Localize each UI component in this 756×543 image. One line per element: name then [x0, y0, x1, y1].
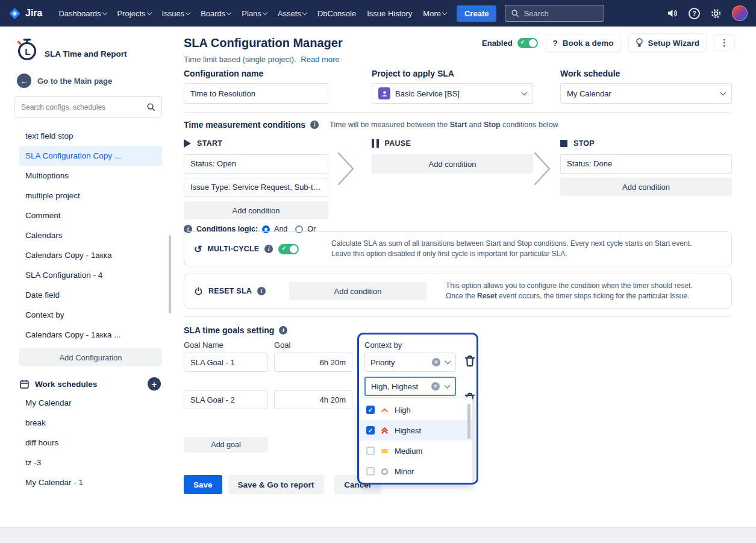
back-label: Go to the Main page: [37, 77, 112, 86]
config-item[interactable]: Context by: [19, 305, 162, 325]
config-item[interactable]: text field stop: [19, 126, 162, 146]
nav-item-projects[interactable]: Projects: [112, 0, 157, 27]
checkbox-unchecked[interactable]: [366, 467, 375, 476]
nav-item-dbconsole[interactable]: DbConsole: [312, 0, 361, 27]
reset-add-condition-button[interactable]: Add condition: [289, 282, 426, 300]
add-goal-button[interactable]: Add goal: [184, 437, 268, 453]
schedule-item[interactable]: diff hours: [19, 433, 162, 453]
book-a-demo-button[interactable]: ? Book a demo: [546, 34, 620, 52]
read-more-link[interactable]: Read more: [301, 55, 339, 64]
checkbox-unchecked[interactable]: [366, 447, 375, 455]
nav-label: Issues: [162, 9, 185, 18]
schedule-item[interactable]: My Calendar: [19, 393, 162, 413]
start-conditions-column: START Status: Open Issue Type: Service R…: [184, 138, 328, 233]
more-actions-menu-icon[interactable]: ⋮: [714, 35, 734, 51]
config-item[interactable]: Calendars Copy - 1акка ...: [19, 325, 162, 345]
checkbox-checked[interactable]: ✓: [366, 426, 375, 435]
project-select[interactable]: Basic Service [BS]: [372, 83, 533, 104]
info-icon[interactable]: i: [310, 121, 319, 129]
multi-cycle-label: MULTI-CYCLE: [207, 245, 259, 253]
config-item[interactable]: SLA Configuration - 4: [19, 265, 162, 285]
clear-icon[interactable]: ✕: [431, 382, 440, 391]
start-condition-chip[interactable]: Status: Open: [184, 154, 328, 174]
app-logo-icon: L: [14, 36, 40, 63]
configs-search-input[interactable]: [21, 103, 146, 111]
main-content: SLA Configuration Manager Enabled ✓ ? Bo…: [172, 27, 756, 527]
nav-item-issue-history[interactable]: Issue History: [361, 0, 417, 27]
schedule-item[interactable]: My Calendar - 1: [19, 472, 162, 492]
nav-label: Projects: [117, 9, 146, 18]
info-icon[interactable]: i: [264, 245, 273, 253]
sidebar-scrollbar[interactable]: [169, 235, 171, 313]
goal-header: Goal: [274, 341, 290, 350]
settings-gear-icon[interactable]: [710, 8, 722, 19]
option-highest[interactable]: ✓ Highest: [360, 420, 472, 441]
config-item-selected[interactable]: SLA Configuration Copy ...: [19, 146, 162, 166]
multi-cycle-toggle[interactable]: ✓: [278, 244, 299, 254]
jira-brand[interactable]: Jira: [8, 7, 42, 20]
nav-label: More: [423, 9, 441, 18]
add-configuration-button[interactable]: Add Configuration: [19, 348, 162, 366]
priority-medium-icon: [380, 447, 389, 456]
global-search[interactable]: [505, 5, 604, 22]
option-label: High: [395, 406, 411, 415]
schedule-item[interactable]: tz -3: [19, 453, 162, 472]
setup-wizard-button[interactable]: Setup Wizard: [629, 34, 706, 52]
pause-add-condition-button[interactable]: Add condition: [372, 154, 533, 174]
config-item[interactable]: Calendars Copy - 1акка: [19, 245, 162, 265]
enabled-toggle[interactable]: ✓: [517, 38, 538, 48]
stop-add-condition-button[interactable]: Add condition: [560, 178, 732, 196]
goal-1-value-input[interactable]: [274, 353, 352, 372]
checkbox-checked[interactable]: ✓: [366, 406, 375, 414]
goal-name-header: Goal Name: [184, 341, 223, 350]
save-button[interactable]: Save: [184, 475, 222, 494]
nav-item-assets[interactable]: Assets: [272, 0, 312, 27]
dropdown-scrollbar[interactable]: [467, 404, 470, 439]
create-button[interactable]: Create: [457, 5, 496, 22]
config-name-input[interactable]: [184, 83, 328, 104]
config-item[interactable]: multiple project: [19, 186, 162, 206]
clear-icon[interactable]: ✕: [432, 358, 440, 366]
option-minor[interactable]: Minor: [360, 461, 472, 482]
goal-1-name-input[interactable]: [184, 353, 268, 372]
option-high[interactable]: ✓ High: [360, 400, 472, 420]
config-item[interactable]: Comment: [19, 206, 162, 225]
goal-2-name-input[interactable]: [184, 390, 268, 409]
nav-item-dashboards[interactable]: Dashboards: [53, 0, 111, 27]
page-subtitle: Time limit based (single project). Read …: [184, 55, 340, 64]
reset-power-icon: [194, 287, 203, 296]
nav-item-boards[interactable]: Boards: [195, 0, 236, 27]
schedule-item[interactable]: break: [19, 413, 162, 433]
announcements-icon[interactable]: [667, 8, 678, 19]
option-medium[interactable]: Medium: [360, 441, 472, 461]
reset-description: This option allows you to configure the …: [433, 281, 693, 302]
start-add-condition-button[interactable]: Add condition: [184, 201, 328, 219]
nav-item-more[interactable]: More: [417, 0, 452, 27]
config-name-label: Configuration name: [184, 69, 328, 78]
delete-goal-1-trash-icon[interactable]: [463, 354, 476, 368]
info-icon[interactable]: i: [279, 326, 287, 334]
config-item[interactable]: Calendars: [19, 225, 162, 245]
user-avatar[interactable]: [732, 5, 748, 21]
nav-item-plans[interactable]: Plans: [236, 0, 272, 27]
info-icon[interactable]: i: [257, 287, 266, 295]
context-field-select[interactable]: Priority ✕: [364, 353, 456, 372]
nav-item-issues[interactable]: Issues: [157, 0, 196, 27]
config-item[interactable]: Date field: [19, 285, 162, 305]
question-icon: ?: [553, 39, 558, 48]
stop-condition-chip[interactable]: Status: Done: [560, 154, 732, 174]
priority-minor-icon: [380, 467, 389, 476]
goal-2-value-input[interactable]: [274, 390, 352, 409]
work-schedule-select[interactable]: My Calendar: [560, 83, 732, 104]
help-icon[interactable]: ?: [689, 8, 700, 19]
add-schedule-button[interactable]: +: [148, 377, 161, 391]
start-condition-chip[interactable]: Issue Type: Service Request, Sub-task, T…: [184, 178, 328, 197]
configs-search[interactable]: [14, 96, 162, 118]
context-values-select[interactable]: High, Highest ✕: [364, 377, 456, 396]
page-title: SLA Configuration Manager: [184, 36, 343, 50]
config-item[interactable]: Multioptions: [19, 166, 162, 186]
global-search-input[interactable]: [523, 9, 593, 18]
back-to-main-link[interactable]: ← Go to the Main page: [17, 74, 162, 88]
save-go-to-report-button[interactable]: Save & Go to report: [228, 475, 324, 494]
app-title: SLA Time and Report: [45, 49, 127, 58]
